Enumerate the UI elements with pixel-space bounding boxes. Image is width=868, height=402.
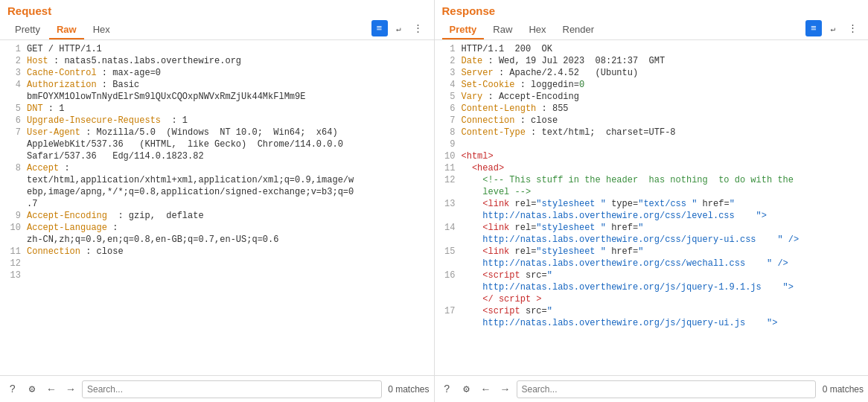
bottom-bar: ? ⚙ ← → 0 matches ? ⚙ ← → 0 matches bbox=[0, 375, 868, 402]
table-row: 4 Authorization : Basic bbox=[0, 79, 434, 91]
request-title: Request bbox=[7, 4, 427, 17]
request-menu-icon[interactable]: ⋮ bbox=[410, 20, 427, 36]
table-row: 8 Content-Type : text/html; charset=UTF-… bbox=[435, 127, 869, 138]
table-row: 15 <link rel="stylesheet " href=" bbox=[435, 246, 869, 258]
request-content: 1 GET / HTTP/1.1 2 Host : natas5.natas.l… bbox=[0, 40, 434, 375]
table-row: 9 Accept-Encoding : gzip, deflate bbox=[0, 210, 434, 222]
table-row: bmFOYXM1OlowTnNydElrSm9lQUxCQOxpNWVxRmZj… bbox=[0, 91, 434, 103]
response-newline-icon[interactable]: ↵ bbox=[825, 20, 841, 36]
table-row: 7 Connection : close bbox=[435, 115, 869, 127]
tab-request-raw[interactable]: Raw bbox=[49, 21, 84, 39]
response-question-icon[interactable]: ? bbox=[439, 381, 456, 398]
table-row: 16 <script src=" bbox=[435, 269, 869, 281]
table-row: 11 <head> bbox=[435, 162, 869, 174]
table-row: 13 <link rel="stylesheet " type="text/cs… bbox=[435, 198, 869, 210]
response-tabs: Pretty Raw Hex Render ≡ ↵ ⋮ bbox=[442, 20, 861, 39]
response-bottom: ? ⚙ ← → 0 matches bbox=[435, 376, 869, 402]
table-row: 17 <script src=" bbox=[435, 305, 869, 317]
response-back-icon[interactable]: ← bbox=[478, 381, 494, 398]
table-row: http://natas.labs.overthewire.org/css/we… bbox=[435, 258, 869, 269]
response-menu-icon[interactable]: ⋮ bbox=[844, 20, 861, 36]
request-newline-icon[interactable]: ↵ bbox=[391, 20, 407, 36]
table-row: zh-CN,zh;q=0.9,en;q=0.8,en-GB;q=0.7,en-U… bbox=[0, 234, 434, 246]
request-panel: Request Pretty Raw Hex ≡ ↵ ⋮ 1 GET / HTT… bbox=[0, 0, 435, 375]
table-row: level --> bbox=[435, 186, 869, 198]
tab-response-raw[interactable]: Raw bbox=[485, 21, 520, 39]
tab-response-render[interactable]: Render bbox=[555, 21, 602, 39]
response-title: Response bbox=[442, 4, 861, 17]
tab-response-hex[interactable]: Hex bbox=[521, 21, 553, 39]
request-back-icon[interactable]: ← bbox=[43, 381, 60, 398]
table-row: 11 Connection : close bbox=[0, 246, 434, 258]
table-row: 5 DNT : 1 bbox=[0, 103, 434, 115]
request-bottom: ? ⚙ ← → 0 matches bbox=[0, 376, 435, 402]
table-row: 12 <!-- This stuff in the header has not… bbox=[435, 174, 869, 186]
request-question-icon[interactable]: ? bbox=[4, 381, 21, 398]
request-match-count: 0 matches bbox=[385, 384, 430, 395]
request-toolbar: ≡ ↵ ⋮ bbox=[371, 20, 427, 39]
request-header: Request Pretty Raw Hex ≡ ↵ ⋮ bbox=[0, 0, 434, 40]
table-row: 10 <html> bbox=[435, 150, 869, 162]
tab-request-pretty[interactable]: Pretty bbox=[7, 21, 48, 39]
response-match-count: 0 matches bbox=[819, 384, 864, 395]
request-tabs: Pretty Raw Hex ≡ ↵ ⋮ bbox=[7, 20, 427, 39]
tab-response-pretty[interactable]: Pretty bbox=[442, 21, 485, 39]
table-row: 7 User-Agent : Mozilla/5.0 (Windows NT 1… bbox=[0, 127, 434, 138]
response-panel: Response Pretty Raw Hex Render ≡ ↵ ⋮ 1 H… bbox=[435, 0, 869, 375]
table-row: http://natas.labs.overthewire.org/css/le… bbox=[435, 210, 869, 222]
response-toolbar: ≡ ↵ ⋮ bbox=[805, 20, 861, 39]
table-row: 8 Accept : bbox=[0, 162, 434, 174]
table-row: </ script > bbox=[435, 293, 869, 305]
table-row: http://natas.labs.overthewire.org/css/jq… bbox=[435, 234, 869, 246]
response-header: Response Pretty Raw Hex Render ≡ ↵ ⋮ bbox=[435, 0, 869, 40]
table-row: 6 Upgrade-Insecure-Requests : 1 bbox=[0, 115, 434, 127]
tab-request-hex[interactable]: Hex bbox=[86, 21, 118, 39]
request-forward-icon[interactable]: → bbox=[63, 381, 79, 398]
table-row: AppleWebKit/537.36 (KHTML, like Gecko) C… bbox=[0, 138, 434, 150]
response-search-input[interactable] bbox=[517, 380, 817, 398]
table-row: 10 Accept-Language : bbox=[0, 222, 434, 234]
table-row: http://natas.labs.overthewire.org/js/jqu… bbox=[435, 281, 869, 293]
table-row: Safari/537.36 Edg/114.0.1823.82 bbox=[0, 150, 434, 162]
table-row: 9 bbox=[435, 138, 869, 150]
response-content: 1 HTTP/1.1 200 OK 2 Date : Wed, 19 Jul 2… bbox=[435, 40, 869, 375]
table-row: 6 Content-Length : 855 bbox=[435, 103, 869, 115]
table-row: 12 bbox=[0, 258, 434, 269]
table-row: ebp,image/apng,*/*;q=0.8,application/sig… bbox=[0, 186, 434, 198]
table-row: 3 Cache-Control : max-age=0 bbox=[0, 67, 434, 79]
request-wrap-icon[interactable]: ≡ bbox=[371, 20, 388, 36]
table-row: 5 Vary : Accept-Encoding bbox=[435, 91, 869, 103]
request-gear-icon[interactable]: ⚙ bbox=[24, 381, 40, 398]
request-search-input[interactable] bbox=[82, 380, 382, 398]
response-gear-icon[interactable]: ⚙ bbox=[459, 381, 475, 398]
response-forward-icon[interactable]: → bbox=[497, 381, 514, 398]
table-row: text/html,application/xhtml+xml,applicat… bbox=[0, 174, 434, 186]
table-row: http://natas.labs.overthewire.org/js/jqu… bbox=[435, 317, 869, 329]
table-row: 14 <link rel="stylesheet " href=" bbox=[435, 222, 869, 234]
table-row: 1 GET / HTTP/1.1 bbox=[0, 43, 434, 55]
table-row: 2 Date : Wed, 19 Jul 2023 08:21:37 GMT bbox=[435, 55, 869, 67]
table-row: .7 bbox=[0, 198, 434, 210]
response-wrap-icon[interactable]: ≡ bbox=[805, 20, 822, 36]
table-row: 1 HTTP/1.1 200 OK bbox=[435, 43, 869, 55]
table-row: 2 Host : natas5.natas.labs.overthewire.o… bbox=[0, 55, 434, 67]
table-row: 13 bbox=[0, 269, 434, 281]
table-row: 3 Server : Apache/2.4.52 (Ubuntu) bbox=[435, 67, 869, 79]
table-row: 4 Set-Cookie : loggedin=0 bbox=[435, 79, 869, 91]
